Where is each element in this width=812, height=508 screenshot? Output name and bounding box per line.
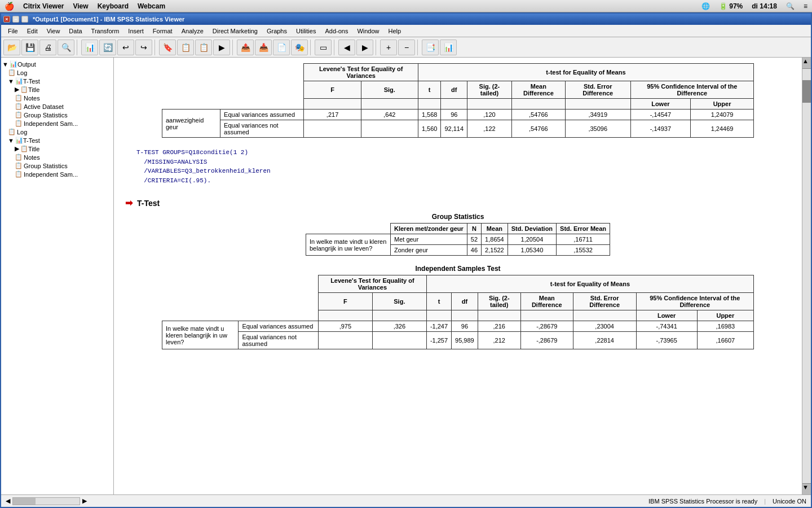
- scroll-up-button[interactable]: ▲: [802, 58, 811, 69]
- ttest1-expand-icon: ▼: [8, 78, 14, 85]
- toolbar: 📂 💾 🖨 🔍 📊 🔄 ↩ ↪ 🔖 📋 📋 ▶ 📤 📥 📄 🎭 ▭ ◀ ▶ + …: [1, 37, 811, 58]
- notes1-icon: 📋: [15, 94, 23, 102]
- citrix-viewer-menu[interactable]: Citrix Viewer: [23, 2, 64, 10]
- toolbar-btn18[interactable]: 📑: [422, 40, 439, 55]
- scroll-thumb[interactable]: [802, 80, 811, 103]
- search-button[interactable]: 🔍: [58, 40, 74, 55]
- horizontal-scroll-left[interactable]: ◀: [6, 497, 10, 505]
- toolbar-btn12[interactable]: ▶: [213, 40, 230, 55]
- is-row1-Sig: ,326: [372, 321, 426, 332]
- menu-view[interactable]: View: [42, 27, 65, 36]
- is-row-label: In welke mate vindt u kleren belangrijk …: [162, 321, 239, 349]
- sidebar-item-ttest2[interactable]: ▼ 📊 T-Test: [1, 136, 113, 144]
- toolbar-btn15[interactable]: 📄: [273, 40, 290, 55]
- maximize-button[interactable]: □: [21, 16, 28, 23]
- is-levene-header: Levene's Test for Equality of Variances: [318, 275, 426, 293]
- sidebar-item-notes2[interactable]: 📋 Notes: [1, 153, 113, 161]
- toolbar-btn14[interactable]: 📥: [255, 40, 272, 55]
- keyboard-menu[interactable]: Keyboard: [98, 2, 129, 10]
- ind-samples-table: Levene's Test for Equality of Variances …: [162, 275, 754, 349]
- sidebar-item-log2[interactable]: 📋 Log: [1, 128, 113, 136]
- forward-button[interactable]: ▶: [356, 40, 373, 55]
- zoom-out-button[interactable]: −: [398, 40, 415, 55]
- sidebar-item-log1[interactable]: 📋 Log: [1, 68, 113, 77]
- right-scrollbar[interactable]: ▲ ▼: [802, 58, 811, 494]
- sidebar-title2-label: Title: [28, 146, 39, 152]
- toolbar-btn9[interactable]: 🔖: [159, 40, 176, 55]
- is-header-ci: 95% Confidence Interval of the Differenc…: [636, 293, 753, 310]
- menu-analyze[interactable]: Analyze: [177, 27, 208, 36]
- minimize-button[interactable]: −: [12, 16, 19, 23]
- is-row2-lower: -,73965: [636, 332, 697, 349]
- gs-col-se: Std. Error Mean: [557, 224, 610, 234]
- sidebar-item-ttest1[interactable]: ▼ 📊 T-Test: [1, 77, 113, 85]
- toolbar-btn10[interactable]: 📋: [177, 40, 194, 55]
- row-label-1: aanwezigheid geur: [162, 110, 220, 138]
- print-button[interactable]: 🖨: [39, 40, 56, 55]
- toolbar-btn8[interactable]: ↪: [135, 40, 152, 55]
- sidebar-item-notes1[interactable]: 📋 Notes: [1, 94, 113, 102]
- sidebar-item-group-stats1[interactable]: 📋 Group Statistics: [1, 111, 113, 119]
- save-button[interactable]: 💾: [21, 40, 38, 55]
- row2-mean: ,54766: [511, 120, 565, 138]
- toolbar-btn16[interactable]: 🎭: [291, 40, 308, 55]
- sidebar-item-ind-samples1[interactable]: 📋 Independent Sam...: [1, 119, 113, 128]
- menu-graphs[interactable]: Graphs: [262, 27, 292, 36]
- menu-add-ons[interactable]: Add-ons: [320, 27, 352, 36]
- menu-file[interactable]: File: [3, 27, 23, 36]
- gs-row1-type: Met geur: [390, 234, 467, 245]
- menu-format[interactable]: Format: [148, 27, 177, 36]
- is-row1-type: Equal variances assumed: [239, 321, 319, 332]
- header-F: F: [304, 81, 361, 99]
- sidebar-item-group-stats2[interactable]: 📋 Group Statistics: [1, 161, 113, 170]
- gs-row-label: In welke mate vindt u kleren belangrijk …: [306, 234, 390, 256]
- sidebar-item-ind-samples2[interactable]: 📋 Independent Sam...: [1, 170, 113, 178]
- spss-window: × − □ *Output1 [Document1] - IBM SPSS St…: [0, 12, 812, 508]
- toolbar-btn11[interactable]: 📋: [195, 40, 212, 55]
- sidebar-ttest2-label: T-Test: [23, 137, 40, 144]
- ind-samples-title: Independent Samples Test: [125, 265, 791, 273]
- sidebar-output-icon: 📊: [10, 60, 17, 68]
- back-button[interactable]: ◀: [338, 40, 355, 55]
- is-row1-upper: ,16983: [697, 321, 753, 332]
- menu-data[interactable]: Data: [64, 27, 86, 36]
- syntax-line1: T-TEST GROUPS=Q18conditie(1 2): [136, 148, 779, 157]
- toolbar-btn13[interactable]: 📤: [237, 40, 254, 55]
- row1-lower: -,14547: [630, 110, 691, 120]
- toolbar-btn17[interactable]: ▭: [315, 40, 332, 55]
- toolbar-btn6[interactable]: 🔄: [99, 40, 116, 55]
- menu-insert[interactable]: Insert: [123, 27, 148, 36]
- content-pane[interactable]: Levene's Test for Equality of Variances …: [114, 58, 802, 494]
- sidebar-item-title1[interactable]: ▶ 📋 Title: [1, 85, 113, 94]
- ttest2-section-title: ➡ T-Test: [125, 198, 791, 208]
- header-t: t: [418, 81, 441, 99]
- scroll-track[interactable]: [802, 69, 811, 483]
- view-menu[interactable]: View: [73, 2, 88, 10]
- apple-icon[interactable]: 🍎: [5, 2, 14, 11]
- spss-content: Levene's Test for Equality of Variances …: [114, 58, 802, 355]
- toolbar-btn5[interactable]: 📊: [81, 40, 98, 55]
- sidebar-item-title2[interactable]: ▶ 📋 Title: [1, 144, 113, 153]
- log1-icon: 📋: [8, 69, 16, 76]
- open-button[interactable]: 📂: [3, 40, 20, 55]
- window-controls[interactable]: × − □: [3, 16, 28, 23]
- gs-row1-mean: 1,8654: [482, 234, 508, 245]
- toolbar-btn19[interactable]: 📊: [440, 40, 457, 55]
- sidebar-item-output[interactable]: ▼ 📊 Output: [1, 60, 113, 68]
- close-button[interactable]: ×: [3, 16, 10, 23]
- gs-col-mean: Mean: [482, 224, 508, 234]
- menu-edit[interactable]: Edit: [23, 27, 42, 36]
- menu-direct-marketing[interactable]: Direct Marketing: [208, 27, 262, 36]
- menu-window[interactable]: Window: [352, 27, 383, 36]
- webcam-menu[interactable]: Webcam: [138, 2, 165, 10]
- menu-transform[interactable]: Transform: [87, 27, 124, 36]
- menu-utilities[interactable]: Utilities: [292, 27, 320, 36]
- sidebar-item-active-dataset[interactable]: 📋 Active Dataset: [1, 102, 113, 111]
- scroll-down-button[interactable]: ▼: [802, 483, 811, 494]
- toolbar-btn7[interactable]: ↩: [117, 40, 134, 55]
- triangle-icon: ▼: [2, 61, 8, 68]
- menu-help[interactable]: Help: [384, 27, 406, 36]
- zoom-in-button[interactable]: +: [380, 40, 397, 55]
- horizontal-scroll-right[interactable]: ▶: [82, 497, 87, 505]
- is-header-sig2: Sig. (2-tailed): [478, 293, 520, 310]
